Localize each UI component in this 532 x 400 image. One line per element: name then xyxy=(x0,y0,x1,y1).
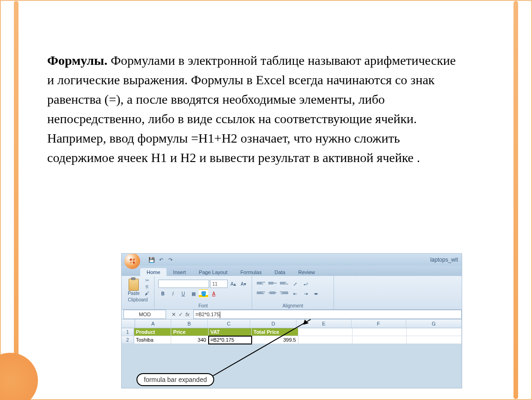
align-middle-icon[interactable] xyxy=(267,280,278,286)
paste-button[interactable]: Paste xyxy=(125,278,142,296)
decor-corner-circle xyxy=(0,353,38,400)
copy-icon[interactable]: ⎘ xyxy=(144,284,150,290)
format-painter-icon[interactable]: 🖌 xyxy=(144,291,150,296)
alignment-group-label: Alignment xyxy=(283,302,303,308)
redo-icon[interactable]: ↷ xyxy=(167,256,173,263)
tab-formulas[interactable]: Formulas xyxy=(234,268,268,276)
table-row: 2Toshiba340=B2*0.175399.5 xyxy=(122,336,462,344)
bold-button[interactable]: B xyxy=(158,289,167,298)
window-title-fragment: laptops_wit xyxy=(430,256,458,263)
merge-center-button[interactable]: ⬌ xyxy=(312,289,320,298)
shrink-font-icon[interactable]: A▾ xyxy=(239,280,248,288)
svg-rect-3 xyxy=(130,262,132,264)
paste-label: Paste xyxy=(128,291,140,296)
decor-left-bar xyxy=(14,1,19,399)
quick-access-toolbar: 💾 ↶ ↷ laptops_wit xyxy=(122,254,462,266)
slide-heading: Формулы. xyxy=(47,53,107,68)
undo-icon[interactable]: ↶ xyxy=(158,256,164,263)
cell-G2[interactable] xyxy=(407,336,462,344)
cell-F1[interactable] xyxy=(353,328,407,336)
formula-bar: MOD ✕ ✓ fx =B2*0.175 xyxy=(122,310,462,319)
slide-body: Формулами в электронной таблице называют… xyxy=(47,53,456,165)
align-left-icon[interactable] xyxy=(256,289,266,296)
select-all-corner[interactable] xyxy=(122,319,135,328)
align-right-icon[interactable] xyxy=(279,289,289,296)
row-header[interactable]: 1 xyxy=(122,328,134,336)
excel-screenshot: 💾 ↶ ↷ laptops_wit HomeInsertPage LayoutF… xyxy=(121,253,462,388)
fill-color-icon[interactable]: 🪣 xyxy=(199,289,208,298)
office-button[interactable] xyxy=(124,253,140,269)
slide-paragraph: Формулы. Формулами в электронной таблице… xyxy=(47,51,464,168)
callout-label: formula bar expanded xyxy=(136,373,214,386)
decrease-indent-icon[interactable]: ⇤ xyxy=(291,289,300,298)
orientation-icon[interactable]: ⤢ xyxy=(291,280,300,288)
ribbon-group-clipboard: Paste ✂ ⎘ 🖌 Clipboard xyxy=(122,276,155,309)
border-icon[interactable]: ▦ xyxy=(189,289,198,298)
text-cursor xyxy=(220,312,220,318)
formula-text: =B2*0.175 xyxy=(196,310,220,319)
col-header-G[interactable]: G xyxy=(406,319,462,328)
ribbon: Paste ✂ ⎘ 🖌 Clipboard 11 xyxy=(122,276,462,310)
fx-icon[interactable]: fx xyxy=(186,312,190,318)
ribbon-group-font: 11 A▴ A▾ B I U ▦ 🪣 A Fo xyxy=(155,276,252,309)
cut-icon[interactable]: ✂ xyxy=(144,278,150,283)
grow-font-icon[interactable]: A▴ xyxy=(229,280,238,288)
col-header-A[interactable]: A xyxy=(135,319,171,328)
row-header[interactable]: 2 xyxy=(122,336,134,344)
cell-F2[interactable] xyxy=(353,336,407,344)
align-bottom-icon[interactable] xyxy=(279,280,289,286)
cell-G1[interactable] xyxy=(407,328,462,336)
tab-review[interactable]: Review xyxy=(292,268,322,276)
save-icon[interactable]: 💾 xyxy=(148,256,155,263)
font-group-label: Font xyxy=(198,302,208,308)
cell-A2[interactable]: Toshiba xyxy=(134,336,172,344)
enter-icon[interactable]: ✓ xyxy=(179,312,183,318)
cancel-icon[interactable]: ✕ xyxy=(172,312,176,318)
col-header-F[interactable]: F xyxy=(352,319,406,328)
cell-B2[interactable]: 340 xyxy=(171,336,209,344)
align-center-icon[interactable] xyxy=(267,289,278,296)
cell-E2[interactable] xyxy=(298,336,353,344)
cell-C2[interactable]: =B2*0.175 xyxy=(209,336,252,344)
svg-rect-2 xyxy=(133,259,135,261)
cell-A1[interactable]: Product xyxy=(134,328,172,336)
svg-rect-4 xyxy=(133,262,135,264)
office-logo-icon xyxy=(128,257,136,265)
ribbon-tabs: HomeInsertPage LayoutFormulasDataReview xyxy=(122,266,462,276)
ribbon-group-alignment: ⤢ ⮐ ⇤ ⇥ ⬌ Alignment xyxy=(252,276,334,309)
tab-data[interactable]: Data xyxy=(268,268,291,276)
name-box[interactable]: MOD xyxy=(124,310,166,319)
cell-E1[interactable] xyxy=(298,328,353,336)
svg-rect-1 xyxy=(130,259,132,261)
tab-insert[interactable]: Insert xyxy=(167,268,192,276)
font-color-icon[interactable]: A xyxy=(209,289,218,298)
align-top-icon[interactable] xyxy=(256,280,266,286)
italic-button[interactable]: I xyxy=(168,289,178,298)
tab-page-layout[interactable]: Page Layout xyxy=(192,268,234,276)
font-size-combo[interactable]: 11 xyxy=(210,280,228,288)
clipboard-group-label: Clipboard xyxy=(128,296,148,302)
col-header-C[interactable]: C xyxy=(208,319,250,328)
underline-button[interactable]: U xyxy=(179,289,188,298)
col-header-D[interactable]: D xyxy=(250,319,297,328)
wrap-text-button[interactable]: ⮐ xyxy=(301,280,310,288)
formula-input[interactable]: =B2*0.175 xyxy=(193,310,462,319)
paste-icon xyxy=(129,279,139,291)
cell-C1[interactable]: VAT xyxy=(209,328,252,336)
increase-indent-icon[interactable]: ⇥ xyxy=(301,289,310,298)
decor-right-bar xyxy=(513,1,518,399)
tab-home[interactable]: Home xyxy=(140,268,167,276)
spreadsheet-grid[interactable]: ABCDEFG 1ProductPriceVATTotal Price2Tosh… xyxy=(122,319,462,344)
font-name-combo[interactable] xyxy=(158,280,209,288)
cell-B1[interactable]: Price xyxy=(171,328,209,336)
col-header-B[interactable]: B xyxy=(171,319,207,328)
